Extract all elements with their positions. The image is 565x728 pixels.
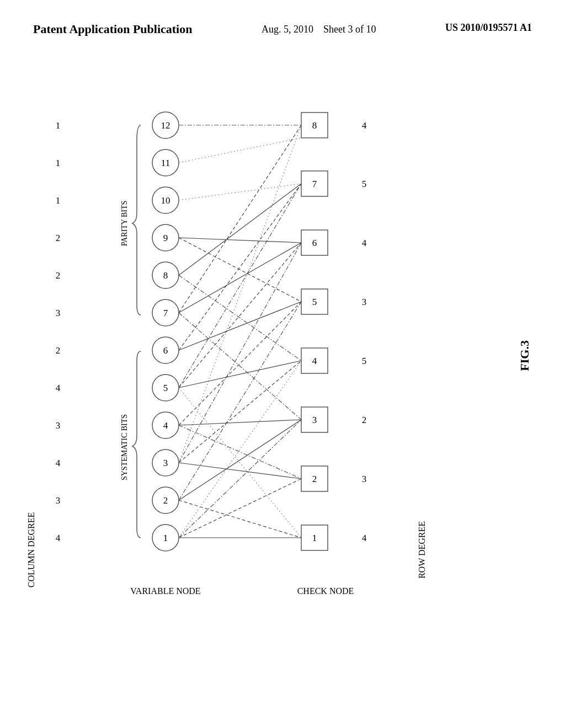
svg-line-82 [179, 125, 301, 313]
publication-info: Aug. 5, 2010 Sheet 3 of 10 [262, 22, 376, 37]
svg-text:3: 3 [56, 308, 61, 318]
svg-text:3: 3 [362, 474, 367, 484]
svg-line-63 [179, 361, 301, 538]
svg-text:4: 4 [56, 533, 61, 543]
svg-text:4: 4 [362, 533, 367, 543]
parity-bits-label: PARITY BITS [120, 201, 129, 247]
variable-node-label: VARIABLE NODE [130, 586, 200, 596]
patent-number: US 2010/0195571 A1 [445, 22, 532, 34]
svg-text:7: 7 [163, 308, 168, 318]
row-degree-label: ROW DEGREE [417, 521, 427, 579]
svg-text:3: 3 [362, 297, 367, 307]
svg-text:2: 2 [362, 415, 367, 425]
svg-text:9: 9 [163, 233, 168, 243]
svg-line-78 [179, 302, 301, 350]
svg-text:4: 4 [163, 420, 168, 431]
svg-text:1: 1 [56, 120, 61, 131]
svg-line-73 [179, 302, 301, 425]
publication-date: Aug. 5, 2010 [262, 24, 313, 35]
svg-text:6: 6 [312, 238, 317, 248]
main-diagram-svg: COLUMN DEGREE 4 3 4 3 4 2 3 2 2 1 1 1 VA… [0, 53, 565, 688]
svg-line-69 [179, 243, 301, 463]
svg-text:5: 5 [163, 383, 168, 393]
svg-text:5: 5 [312, 297, 317, 307]
svg-text:1: 1 [312, 533, 317, 543]
svg-line-61 [179, 479, 301, 538]
svg-text:4: 4 [312, 356, 317, 366]
svg-text:8: 8 [163, 270, 168, 281]
sheet-info: Sheet 3 of 10 [323, 24, 376, 35]
svg-text:2: 2 [56, 345, 61, 356]
svg-text:5: 5 [362, 179, 367, 189]
svg-text:2: 2 [56, 270, 61, 281]
systematic-bits-label: SYSTEMATIC BITS [120, 414, 129, 480]
svg-text:6: 6 [163, 345, 168, 356]
svg-text:3: 3 [56, 420, 61, 431]
svg-text:1: 1 [163, 533, 168, 543]
svg-line-68 [179, 361, 301, 463]
svg-text:4: 4 [362, 120, 367, 131]
svg-text:1: 1 [56, 195, 61, 206]
diagram-container: COLUMN DEGREE 4 3 4 3 4 2 3 2 2 1 1 1 VA… [0, 53, 565, 688]
svg-text:8: 8 [312, 120, 317, 131]
svg-line-77 [179, 184, 301, 388]
svg-text:11: 11 [161, 158, 170, 168]
svg-line-67 [179, 463, 301, 479]
svg-line-84 [179, 184, 301, 275]
figure-label: FIG.3 [518, 340, 532, 371]
svg-line-75 [179, 361, 301, 388]
svg-line-79 [179, 184, 301, 350]
svg-line-74 [179, 388, 301, 538]
svg-line-83 [179, 275, 301, 361]
check-node-label: CHECK NODE [297, 586, 354, 596]
svg-line-72 [179, 420, 301, 425]
svg-line-85 [179, 238, 301, 302]
column-degree-label: COLUMN DEGREE [26, 512, 36, 587]
svg-text:1: 1 [56, 158, 61, 168]
svg-text:4: 4 [56, 383, 61, 393]
svg-text:2: 2 [163, 495, 168, 506]
svg-text:4: 4 [56, 458, 61, 468]
svg-line-65 [179, 420, 301, 500]
svg-text:3: 3 [312, 415, 317, 425]
svg-line-62 [179, 420, 301, 538]
svg-text:7: 7 [312, 179, 317, 189]
svg-text:10: 10 [161, 195, 170, 206]
svg-text:3: 3 [56, 495, 61, 506]
page-header: Patent Application Publication Aug. 5, 2… [0, 0, 565, 48]
svg-line-86 [179, 238, 301, 243]
svg-text:2: 2 [56, 233, 61, 243]
svg-text:2: 2 [312, 474, 317, 484]
svg-line-88 [179, 138, 301, 163]
publication-title: Patent Application Publication [33, 22, 192, 36]
svg-line-81 [179, 243, 301, 313]
svg-text:5: 5 [362, 356, 367, 366]
svg-text:12: 12 [161, 120, 170, 131]
svg-text:4: 4 [362, 238, 367, 248]
svg-line-64 [179, 500, 301, 538]
svg-text:3: 3 [163, 458, 168, 468]
